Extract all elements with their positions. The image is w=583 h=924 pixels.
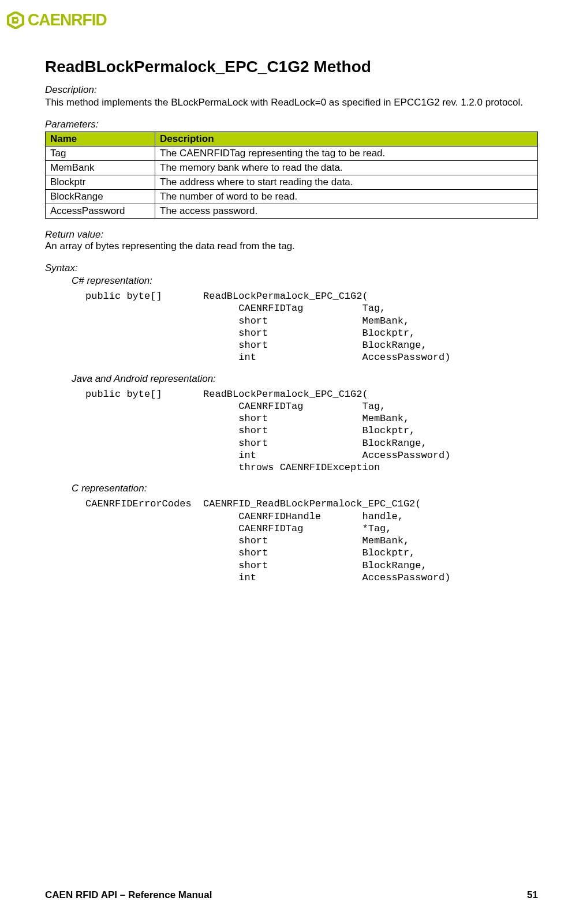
- param-desc: The access password.: [155, 204, 538, 219]
- java-label: Java and Android representation:: [72, 373, 538, 385]
- logo-text: CAENRFID: [28, 12, 107, 28]
- page-footer: CAEN RFID API – Reference Manual 51: [45, 889, 538, 901]
- parameters-label: Parameters:: [45, 119, 538, 130]
- table-row: BlockRange The number of word to be read…: [46, 190, 538, 204]
- description-label: Description:: [45, 84, 538, 96]
- param-desc: The CAENRFIDTag representing the tag to …: [155, 147, 538, 161]
- java-code: public byte[] ReadBLockPermalock_EPC_C1G…: [85, 388, 538, 474]
- c-code: CAENRFIDErrorCodes CAENRFID_ReadBLockPer…: [85, 498, 538, 584]
- table-row: AccessPassword The access password.: [46, 204, 538, 219]
- parameters-table: Name Description Tag The CAENRFIDTag rep…: [45, 132, 538, 219]
- footer-title: CAEN RFID API – Reference Manual: [45, 889, 212, 901]
- c-label: C representation:: [72, 483, 538, 494]
- brand-logo: CAENRFID: [7, 12, 538, 29]
- table-row: Blockptr The address where to start read…: [46, 175, 538, 190]
- param-name: BlockRange: [46, 190, 155, 204]
- syntax-label: Syntax:: [45, 262, 538, 274]
- csharp-label: C# representation:: [72, 275, 538, 287]
- table-row: Tag The CAENRFIDTag representing the tag…: [46, 147, 538, 161]
- page-number: 51: [527, 889, 538, 901]
- table-header-desc: Description: [155, 132, 538, 147]
- description-text: This method implements the BLockPermaLoc…: [45, 97, 538, 108]
- page-title: ReadBLockPermalock_EPC_C1G2 Method: [45, 58, 538, 76]
- return-text: An array of bytes representing the data …: [45, 241, 538, 252]
- csharp-code: public byte[] ReadBLockPermalock_EPC_C1G…: [85, 290, 538, 364]
- logo-icon: [7, 12, 24, 29]
- param-name: Blockptr: [46, 175, 155, 190]
- table-row: MemBank The memory bank where to read th…: [46, 161, 538, 175]
- param-name: Tag: [46, 147, 155, 161]
- svg-rect-0: [17, 19, 19, 21]
- param-desc: The number of word to be read.: [155, 190, 538, 204]
- param-desc: The memory bank where to read the data.: [155, 161, 538, 175]
- return-label: Return value:: [45, 229, 538, 241]
- table-header-name: Name: [46, 132, 155, 147]
- param-name: MemBank: [46, 161, 155, 175]
- param-desc: The address where to start reading the d…: [155, 175, 538, 190]
- param-name: AccessPassword: [46, 204, 155, 219]
